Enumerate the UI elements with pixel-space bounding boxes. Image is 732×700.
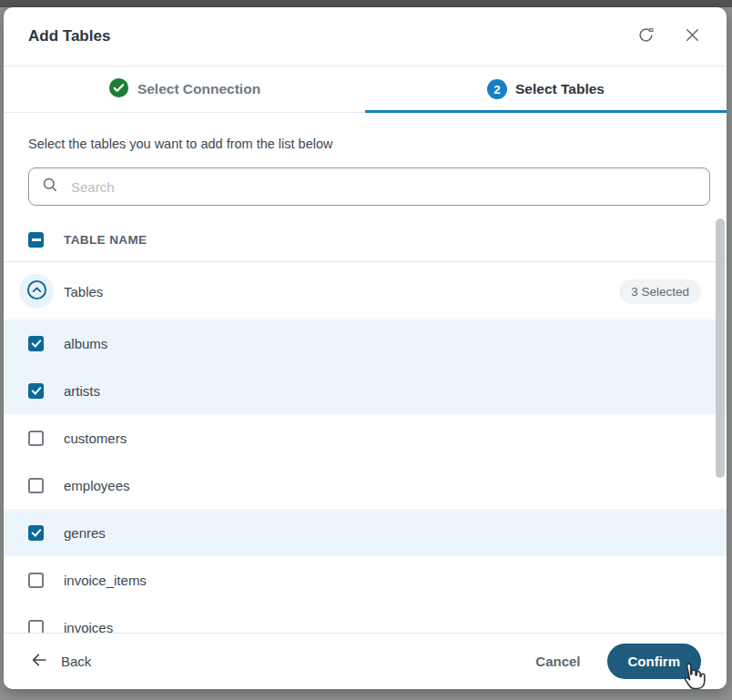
cancel-button[interactable]: Cancel	[535, 654, 580, 669]
row-checkbox[interactable]	[28, 336, 44, 351]
table-row[interactable]: employees	[4, 462, 727, 509]
search-box[interactable]	[28, 167, 710, 206]
refresh-button[interactable]	[635, 25, 656, 47]
tables-group-row[interactable]: Tables 3 Selected	[4, 263, 727, 320]
table-row[interactable]: genres	[4, 509, 727, 556]
tab-select-tables[interactable]: 2 Select Tables	[365, 66, 727, 112]
table-rows: albums artists customers employees genre…	[4, 320, 727, 633]
row-checkbox[interactable]	[28, 573, 44, 588]
wizard-steps: Select Connection 2 Select Tables	[4, 66, 727, 113]
dialog-header-actions	[635, 25, 703, 47]
instruction-text: Select the tables you want to add from t…	[28, 137, 333, 151]
confirm-button[interactable]: Confirm	[607, 644, 702, 679]
row-label: genres	[64, 525, 106, 541]
row-checkbox[interactable]	[28, 525, 44, 541]
scrollbar-thumb[interactable]	[716, 218, 725, 478]
dialog-footer: Back Cancel Confirm	[4, 633, 727, 689]
collapse-group-button[interactable]	[19, 274, 54, 309]
row-checkbox[interactable]	[28, 383, 44, 399]
row-checkbox[interactable]	[28, 620, 44, 634]
step-number-badge: 2	[487, 79, 507, 99]
add-tables-dialog: Add Tables	[4, 7, 727, 689]
active-tab-underline	[365, 110, 727, 113]
tab-select-connection[interactable]: Select Connection	[4, 66, 365, 112]
table-list: Tables 3 Selected albums artists custome…	[4, 263, 727, 633]
row-checkbox[interactable]	[28, 478, 44, 493]
row-label: employees	[64, 478, 130, 493]
footer-actions: Cancel Confirm	[535, 644, 701, 679]
back-button[interactable]: Back	[29, 650, 91, 673]
selected-count-badge: 3 Selected	[619, 279, 701, 304]
table-row[interactable]: albums	[4, 320, 727, 367]
table-name-column-header: TABLE NAME	[64, 233, 147, 247]
tab-label: Select Connection	[137, 81, 260, 97]
table-row[interactable]: customers	[4, 414, 727, 462]
select-all-checkbox[interactable]	[28, 232, 44, 248]
group-label: Tables	[64, 284, 103, 299]
table-row[interactable]: artists	[4, 367, 727, 414]
table-header-row: TABLE NAME	[4, 218, 727, 262]
tab-label: Select Tables	[515, 81, 605, 97]
arrow-left-icon	[29, 650, 49, 673]
table-row[interactable]: invoice_items	[4, 556, 727, 604]
row-label: albums	[64, 336, 107, 351]
back-label: Back	[61, 654, 91, 669]
page-background-top	[0, 0, 732, 7]
row-label: customers	[64, 431, 127, 446]
dialog-title: Add Tables	[28, 27, 110, 46]
row-label: invoice_items	[64, 573, 147, 588]
step-complete-icon	[108, 77, 129, 102]
row-label: invoices	[64, 620, 113, 634]
table-row[interactable]: invoices	[4, 604, 727, 633]
row-label: artists	[64, 383, 100, 399]
search-icon	[41, 176, 59, 198]
search-input[interactable]	[69, 178, 697, 196]
refresh-icon	[636, 25, 656, 48]
close-button[interactable]	[681, 25, 703, 47]
row-checkbox[interactable]	[28, 431, 44, 446]
close-icon	[684, 26, 701, 47]
chevron-up-circle-icon	[25, 279, 48, 305]
